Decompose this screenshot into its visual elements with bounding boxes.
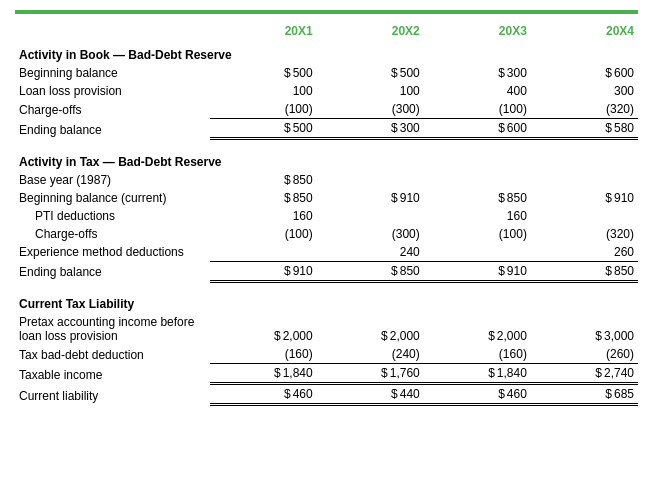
section-header-row: Activity in Book — Bad-Debt Reserve: [15, 42, 638, 64]
num-cell: $910: [210, 261, 317, 281]
num-cell: (100): [424, 225, 531, 243]
section-title: Activity in Tax — Bad-Debt Reserve: [15, 149, 638, 171]
num-cell: $2,000: [210, 313, 317, 345]
num-cell: [210, 243, 317, 262]
year-col-20x3: 20X3: [424, 22, 531, 42]
num-cell: (300): [317, 100, 424, 119]
num-cell: 100: [210, 82, 317, 100]
num-cell: $2,000: [317, 313, 424, 345]
num-cell: 100: [317, 82, 424, 100]
table-row: Taxable income$1,840$1,760$1,840$2,740: [15, 364, 638, 384]
num-cell: $460: [210, 384, 317, 405]
section-header-row: Activity in Tax — Bad-Debt Reserve: [15, 149, 638, 171]
row-label: Beginning balance (current): [15, 189, 210, 207]
row-label: Base year (1987): [15, 171, 210, 189]
num-cell: [531, 207, 638, 225]
table-row: Base year (1987)$850: [15, 171, 638, 189]
num-cell: (160): [210, 345, 317, 364]
num-cell: (100): [210, 225, 317, 243]
num-cell: (100): [424, 100, 531, 119]
row-label: Ending balance: [15, 119, 210, 139]
num-cell: (320): [531, 225, 638, 243]
num-cell: [531, 171, 638, 189]
table-row: Current liability$460$440$460$685: [15, 384, 638, 405]
row-label: PTI deductions: [15, 207, 210, 225]
num-cell: $600: [424, 119, 531, 139]
table-row: Charge-offs(100)(300)(100)(320): [15, 225, 638, 243]
row-label: Charge-offs: [15, 225, 210, 243]
table-row: PTI deductions160 160: [15, 207, 638, 225]
num-cell: [424, 243, 531, 262]
num-cell: 240: [317, 243, 424, 262]
num-cell: $440: [317, 384, 424, 405]
table-row: Ending balance$500$300$600$580: [15, 119, 638, 139]
num-cell: $850: [317, 261, 424, 281]
num-cell: [317, 171, 424, 189]
num-cell: $2,000: [424, 313, 531, 345]
table-row: Ending balance$910$850$910$850: [15, 261, 638, 281]
top-border: [15, 10, 638, 14]
label-col-header: [15, 22, 210, 42]
table-row: Charge-offs(100)(300)(100)(320): [15, 100, 638, 119]
row-label: Taxable income: [15, 364, 210, 384]
table-row: Beginning balance (current)$850$910$850$…: [15, 189, 638, 207]
section-title: Current Tax Liability: [15, 291, 638, 313]
num-cell: $850: [210, 189, 317, 207]
row-label: Charge-offs: [15, 100, 210, 119]
num-cell: $1,760: [317, 364, 424, 384]
table-row: Tax bad-debt deduction(160)(240)(160)(26…: [15, 345, 638, 364]
num-cell: $500: [210, 119, 317, 139]
num-cell: $910: [531, 189, 638, 207]
num-cell: $850: [210, 171, 317, 189]
num-cell: $500: [317, 64, 424, 82]
num-cell: (320): [531, 100, 638, 119]
table-row: Experience method deductions 240 260: [15, 243, 638, 262]
num-cell: (160): [424, 345, 531, 364]
num-cell: 300: [531, 82, 638, 100]
row-label: Pretax accounting income before loan los…: [15, 313, 210, 345]
num-cell: $3,000: [531, 313, 638, 345]
year-col-20x2: 20X2: [317, 22, 424, 42]
row-label: Beginning balance: [15, 64, 210, 82]
num-cell: (100): [210, 100, 317, 119]
num-cell: $685: [531, 384, 638, 405]
num-cell: $500: [210, 64, 317, 82]
row-label: Tax bad-debt deduction: [15, 345, 210, 364]
num-cell: $910: [317, 189, 424, 207]
row-label: Ending balance: [15, 261, 210, 281]
num-cell: 260: [531, 243, 638, 262]
year-col-20x4: 20X4: [531, 22, 638, 42]
num-cell: 400: [424, 82, 531, 100]
row-label: Current liability: [15, 384, 210, 405]
section-title: Activity in Book — Bad-Debt Reserve: [15, 42, 638, 64]
table-row: Beginning balance$500$500$300$600: [15, 64, 638, 82]
num-cell: $1,840: [210, 364, 317, 384]
num-cell: $2,740: [531, 364, 638, 384]
num-cell: $850: [424, 189, 531, 207]
num-cell: [424, 171, 531, 189]
num-cell: $580: [531, 119, 638, 139]
num-cell: (300): [317, 225, 424, 243]
year-col-20x1: 20X1: [210, 22, 317, 42]
num-cell: [317, 207, 424, 225]
num-cell: $1,840: [424, 364, 531, 384]
num-cell: $850: [531, 261, 638, 281]
row-label: Experience method deductions: [15, 243, 210, 262]
num-cell: (260): [531, 345, 638, 364]
num-cell: $460: [424, 384, 531, 405]
num-cell: $600: [531, 64, 638, 82]
num-cell: 160: [424, 207, 531, 225]
financial-table: 20X1 20X2 20X3 20X4 Activity in Book — B…: [15, 22, 638, 406]
num-cell: $300: [317, 119, 424, 139]
num-cell: $300: [424, 64, 531, 82]
table-row: Pretax accounting income before loan los…: [15, 313, 638, 345]
section-header-row: Current Tax Liability: [15, 291, 638, 313]
num-cell: 160: [210, 207, 317, 225]
row-label: Loan loss provision: [15, 82, 210, 100]
table-row: Loan loss provision100100400300: [15, 82, 638, 100]
num-cell: $910: [424, 261, 531, 281]
num-cell: (240): [317, 345, 424, 364]
